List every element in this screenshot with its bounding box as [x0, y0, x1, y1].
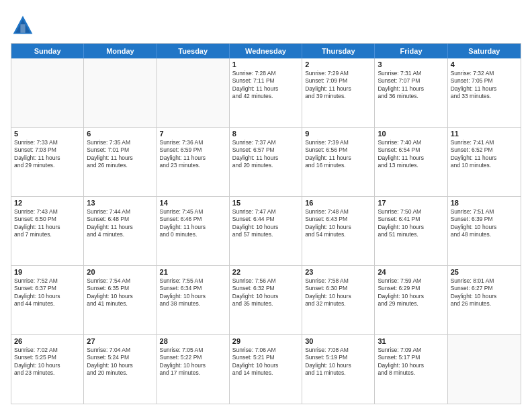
- cell-line: Sunrise: 7:37 AM: [232, 139, 299, 146]
- calendar: SundayMondayTuesdayWednesdayThursdayFrid…: [11, 43, 521, 404]
- cell-line: Daylight: 10 hours: [451, 293, 518, 300]
- day-number: 13: [87, 199, 153, 207]
- calendar-cell: 16Sunrise: 7:48 AMSunset: 6:43 PMDayligh…: [302, 197, 375, 265]
- cell-line: Daylight: 11 hours: [451, 154, 518, 162]
- cell-line: Sunset: 5:17 PM: [378, 354, 444, 361]
- day-number: 14: [160, 199, 226, 207]
- cell-line: Daylight: 10 hours: [232, 362, 299, 369]
- calendar-cell: 11Sunrise: 7:41 AMSunset: 6:52 PMDayligh…: [448, 128, 521, 196]
- calendar-cell: 23Sunrise: 7:58 AMSunset: 6:30 PMDayligh…: [302, 266, 375, 334]
- cell-line: and 29 minutes.: [14, 162, 81, 169]
- calendar-cell: 25Sunrise: 8:01 AMSunset: 6:27 PMDayligh…: [448, 266, 521, 334]
- calendar-cell: 17Sunrise: 7:50 AMSunset: 6:41 PMDayligh…: [375, 197, 447, 265]
- day-number: 29: [232, 337, 299, 345]
- cell-line: Sunrise: 7:56 AM: [232, 277, 299, 285]
- cell-line: Sunset: 6:59 PM: [160, 146, 226, 154]
- day-number: 11: [451, 130, 518, 138]
- cell-line: Sunrise: 7:54 AM: [87, 277, 153, 285]
- day-number: 2: [305, 60, 371, 68]
- calendar-cell: 9Sunrise: 7:39 AMSunset: 6:56 PMDaylight…: [302, 128, 375, 196]
- cell-line: Sunrise: 7:52 AM: [14, 277, 81, 285]
- calendar-cell: 22Sunrise: 7:56 AMSunset: 6:32 PMDayligh…: [230, 266, 302, 334]
- cell-line: Sunset: 6:29 PM: [378, 285, 444, 292]
- cell-line: Daylight: 10 hours: [14, 362, 81, 369]
- calendar-row: 1Sunrise: 7:28 AMSunset: 7:11 PMDaylight…: [11, 58, 521, 127]
- calendar-cell: 8Sunrise: 7:37 AMSunset: 6:57 PMDaylight…: [230, 128, 302, 196]
- cell-line: Sunset: 7:07 PM: [378, 77, 444, 85]
- day-number: 28: [160, 337, 226, 345]
- cell-line: and 17 minutes.: [160, 369, 226, 377]
- cell-line: Sunset: 6:43 PM: [305, 216, 371, 223]
- cell-line: and 23 minutes.: [160, 162, 226, 169]
- cell-line: Sunrise: 7:31 AM: [378, 70, 444, 77]
- cell-line: and 0 minutes.: [160, 231, 226, 238]
- cell-line: Daylight: 10 hours: [87, 293, 153, 300]
- cell-line: Daylight: 10 hours: [378, 293, 444, 300]
- day-number: 19: [14, 268, 81, 276]
- cell-line: Daylight: 11 hours: [378, 85, 444, 93]
- cell-line: Sunrise: 8:01 AM: [451, 277, 518, 285]
- cell-line: Sunset: 5:19 PM: [305, 354, 371, 361]
- cell-line: Sunrise: 7:55 AM: [160, 277, 226, 285]
- cell-line: and 8 minutes.: [378, 369, 444, 377]
- calendar-cell: 21Sunrise: 7:55 AMSunset: 6:34 PMDayligh…: [157, 266, 230, 334]
- day-number: 7: [160, 130, 226, 138]
- weekday-header: Wednesday: [230, 44, 302, 58]
- day-number: 26: [14, 337, 81, 345]
- cell-line: Sunrise: 7:36 AM: [160, 139, 226, 146]
- cell-line: Daylight: 11 hours: [232, 154, 299, 162]
- logo-icon: [11, 13, 35, 38]
- calendar-cell: 3Sunrise: 7:31 AMSunset: 7:07 PMDaylight…: [375, 58, 447, 127]
- weekday-header: Monday: [84, 44, 157, 58]
- cell-line: and 4 minutes.: [87, 231, 153, 238]
- calendar-cell: 29Sunrise: 7:06 AMSunset: 5:21 PMDayligh…: [230, 335, 302, 404]
- cell-line: Sunset: 6:27 PM: [451, 285, 518, 292]
- day-number: 5: [14, 130, 81, 138]
- day-number: 1: [232, 60, 299, 68]
- cell-line: Daylight: 10 hours: [378, 362, 444, 369]
- cell-line: and 11 minutes.: [305, 369, 371, 377]
- cell-line: and 14 minutes.: [232, 369, 299, 377]
- cell-line: Sunrise: 7:33 AM: [14, 139, 81, 146]
- cell-line: and 39 minutes.: [305, 93, 371, 100]
- cell-line: Daylight: 10 hours: [305, 224, 371, 231]
- cell-line: Sunset: 7:03 PM: [14, 146, 81, 154]
- cell-line: and 7 minutes.: [14, 231, 81, 238]
- day-number: 10: [378, 130, 444, 138]
- calendar-cell: 14Sunrise: 7:45 AMSunset: 6:46 PMDayligh…: [157, 197, 230, 265]
- cell-line: Daylight: 10 hours: [232, 293, 299, 300]
- cell-line: and 57 minutes.: [232, 231, 299, 238]
- cell-line: Sunrise: 7:41 AM: [451, 139, 518, 146]
- calendar-cell: [448, 335, 521, 404]
- calendar-cell: 12Sunrise: 7:43 AMSunset: 6:50 PMDayligh…: [11, 197, 84, 265]
- cell-line: Daylight: 11 hours: [305, 154, 371, 162]
- day-number: 24: [378, 268, 444, 276]
- calendar-cell: [157, 58, 230, 127]
- day-number: 25: [451, 268, 518, 276]
- cell-line: Sunset: 6:34 PM: [160, 285, 226, 292]
- cell-line: Sunset: 5:24 PM: [87, 354, 153, 361]
- cell-line: Daylight: 11 hours: [160, 154, 226, 162]
- cell-line: Daylight: 10 hours: [451, 224, 518, 231]
- cell-line: and 20 minutes.: [87, 369, 153, 377]
- cell-line: Sunrise: 7:28 AM: [232, 70, 299, 77]
- cell-line: and 13 minutes.: [378, 162, 444, 169]
- cell-line: Daylight: 11 hours: [87, 224, 153, 231]
- cell-line: Sunset: 6:57 PM: [232, 146, 299, 154]
- cell-line: Sunset: 6:44 PM: [232, 216, 299, 223]
- cell-line: Sunset: 6:52 PM: [451, 146, 518, 154]
- cell-line: and 48 minutes.: [451, 231, 518, 238]
- cell-line: Sunset: 6:39 PM: [451, 216, 518, 223]
- cell-line: Daylight: 11 hours: [14, 154, 81, 162]
- cell-line: Sunrise: 7:58 AM: [305, 277, 371, 285]
- day-number: 21: [160, 268, 226, 276]
- cell-line: Sunset: 6:32 PM: [232, 285, 299, 292]
- calendar-cell: 2Sunrise: 7:29 AMSunset: 7:09 PMDaylight…: [302, 58, 375, 127]
- cell-line: Sunrise: 7:06 AM: [232, 347, 299, 354]
- cell-line: and 35 minutes.: [232, 300, 299, 308]
- calendar-row: 26Sunrise: 7:02 AMSunset: 5:25 PMDayligh…: [11, 334, 521, 404]
- cell-line: Daylight: 10 hours: [305, 293, 371, 300]
- cell-line: Daylight: 11 hours: [305, 85, 371, 93]
- day-number: 23: [305, 268, 371, 276]
- calendar-cell: 28Sunrise: 7:05 AMSunset: 5:22 PMDayligh…: [157, 335, 230, 404]
